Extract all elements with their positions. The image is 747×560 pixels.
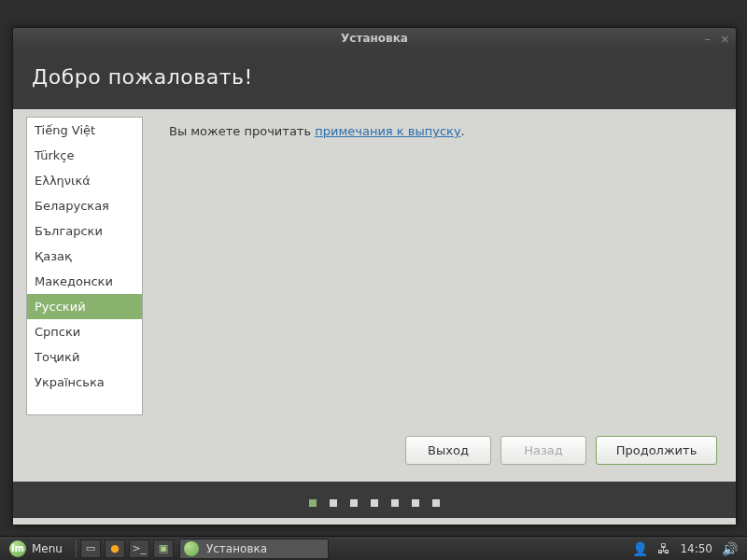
button-row: Выход Назад Продолжить xyxy=(405,436,717,465)
footer-strip xyxy=(13,518,736,525)
progress-dot xyxy=(371,499,378,507)
language-item[interactable]: Српски xyxy=(27,319,142,344)
progress-dot xyxy=(412,499,419,507)
close-icon[interactable]: × xyxy=(720,33,730,45)
release-notes-link[interactable]: примечания к выпуску xyxy=(315,124,460,138)
language-item[interactable]: Қазақ xyxy=(27,244,142,269)
hint-prefix: Вы можете прочитать xyxy=(169,124,315,138)
hint-suffix: . xyxy=(461,124,465,138)
installer-window: Установка – × Добро пожаловать! Tiếng Vi… xyxy=(12,27,737,525)
taskbar-entry-installer[interactable]: Установка xyxy=(179,539,329,559)
task-label: Установка xyxy=(206,542,267,555)
files-icon[interactable]: ▣ xyxy=(153,539,174,558)
taskbar: lm Menu ▭ ● >_ ▣ Установка 👤 🖧 14:50 🔊 xyxy=(0,536,747,560)
quicklaunch: ▭ ● >_ ▣ xyxy=(80,539,174,558)
welcome-header: Добро пожаловать! xyxy=(13,49,736,109)
language-item[interactable]: Русский xyxy=(27,294,142,319)
back-button: Назад xyxy=(500,436,586,465)
main-pane: Вы можете прочитать примечания к выпуску… xyxy=(169,117,723,482)
task-mint-icon xyxy=(184,541,199,556)
progress-dot xyxy=(330,499,337,507)
panel-separator xyxy=(76,540,77,557)
titlebar: Установка – × xyxy=(13,28,736,49)
language-item[interactable]: Tiếng Việt xyxy=(27,118,142,143)
menu-label: Menu xyxy=(32,542,63,555)
terminal-icon[interactable]: >_ xyxy=(129,539,149,558)
clock[interactable]: 14:50 xyxy=(680,542,712,555)
language-item[interactable]: Македонски xyxy=(27,269,142,294)
show-desktop-icon[interactable]: ▭ xyxy=(80,539,101,558)
language-item[interactable]: Ελληνικά xyxy=(27,168,142,193)
continue-button[interactable]: Продолжить xyxy=(596,436,717,465)
language-item[interactable]: Тоҷикӣ xyxy=(27,344,142,370)
language-item[interactable]: Беларуская xyxy=(27,193,142,218)
window-title: Установка xyxy=(341,32,408,45)
language-item[interactable]: Türkçe xyxy=(27,143,142,168)
network-icon[interactable]: 🖧 xyxy=(657,541,670,556)
release-notes-hint: Вы можете прочитать примечания к выпуску… xyxy=(169,124,723,138)
mint-logo-icon: lm xyxy=(9,540,26,557)
welcome-heading: Добро пожаловать! xyxy=(32,65,717,89)
language-list[interactable]: Tiếng ViệtTürkçeΕλληνικάБеларускаяБългар… xyxy=(26,117,143,415)
progress-dot xyxy=(432,499,440,507)
language-item[interactable]: Українська xyxy=(27,370,142,395)
firefox-icon[interactable]: ● xyxy=(105,539,125,558)
system-tray: 👤 🖧 14:50 🔊 xyxy=(632,541,747,556)
minimize-icon[interactable]: – xyxy=(705,33,712,45)
content-area: Tiếng ViệtTürkçeΕλληνικάБеларускаяБългар… xyxy=(13,109,736,482)
progress-dot xyxy=(391,499,399,507)
volume-icon[interactable]: 🔊 xyxy=(722,541,738,556)
user-icon[interactable]: 👤 xyxy=(632,541,648,556)
titlebar-controls: – × xyxy=(705,33,730,45)
progress-dot xyxy=(309,499,317,507)
language-item[interactable]: Български xyxy=(27,218,142,244)
progress-dot xyxy=(350,499,358,507)
menu-button[interactable]: lm Menu xyxy=(0,537,72,560)
quit-button[interactable]: Выход xyxy=(405,436,491,465)
